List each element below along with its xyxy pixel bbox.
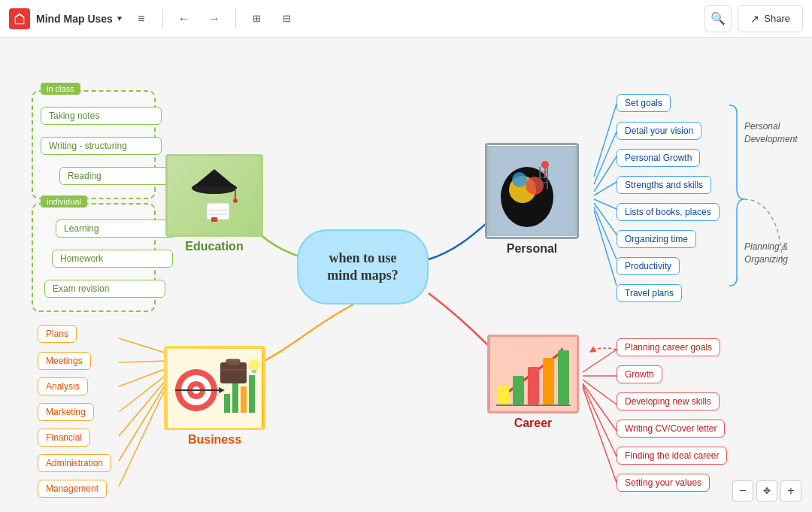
svg-rect-21 (207, 203, 229, 220)
frame-button[interactable]: ⊞ (245, 7, 269, 31)
svg-rect-57 (252, 370, 256, 373)
svg-line-5 (594, 203, 617, 235)
search-button[interactable]: 🔍 (704, 5, 732, 32)
writing-structuring-item[interactable]: Writing - structuring (41, 137, 162, 155)
exam-revision-item[interactable]: Exam revision (44, 280, 165, 298)
plans-item[interactable]: Plans (38, 325, 77, 343)
svg-line-12 (583, 385, 617, 456)
svg-point-56 (248, 359, 260, 371)
learning-item[interactable]: Learning (56, 220, 177, 238)
setting-values-item[interactable]: Setting your values (617, 474, 710, 492)
travel-plans-item[interactable]: Travel plans (617, 284, 682, 302)
homework-item[interactable]: Homework (52, 250, 173, 268)
personal-image (487, 146, 577, 236)
finding-career-item[interactable]: Finding the ideal career (617, 447, 727, 465)
personal-development-label: PersonalDevelopment (744, 120, 798, 146)
financial-item[interactable]: Financial (38, 429, 90, 447)
productivity-item[interactable]: Productivity (617, 257, 680, 275)
svg-line-13 (583, 387, 617, 483)
svg-rect-64 (513, 376, 524, 404)
planning-organizing-label: Planning &Organizing (744, 241, 788, 266)
app-logo (9, 8, 30, 29)
present-button[interactable]: ⊟ (275, 7, 299, 31)
svg-line-20 (119, 385, 167, 486)
business-node[interactable]: Business (164, 346, 265, 447)
redo-button[interactable]: → (202, 7, 226, 31)
personal-node[interactable]: Personal (485, 143, 579, 256)
career-label: Career (487, 417, 579, 430)
svg-rect-49 (224, 394, 230, 413)
svg-rect-67 (558, 350, 569, 404)
zoom-out-button[interactable]: − (732, 480, 753, 501)
svg-point-29 (233, 198, 238, 203)
career-node[interactable]: Career (487, 335, 579, 430)
growth-item[interactable]: Growth (617, 365, 662, 383)
reading-item[interactable]: Reading (59, 167, 180, 185)
taking-notes-item[interactable]: Taking notes (41, 107, 162, 125)
svg-line-16 (119, 368, 167, 386)
inclass-label: in class (41, 83, 80, 95)
svg-line-14 (119, 338, 167, 353)
personal-growth-item[interactable]: Personal Growth (617, 149, 700, 167)
divider (162, 8, 163, 29)
svg-line-1 (594, 132, 617, 184)
business-image (166, 347, 263, 429)
svg-point-34 (512, 172, 527, 187)
education-inclass-group: in class Taking notes Writing - structur… (32, 90, 156, 199)
education-node[interactable]: Education (165, 154, 263, 253)
center-node[interactable]: when to use mind maps? (297, 229, 429, 304)
menu-button[interactable]: ≡ (129, 7, 153, 31)
svg-line-0 (594, 104, 617, 177)
svg-line-18 (119, 379, 167, 436)
undo-button[interactable]: ← (172, 7, 196, 31)
svg-rect-66 (543, 358, 554, 404)
svg-rect-54 (226, 359, 240, 365)
svg-line-7 (594, 211, 617, 286)
svg-rect-27 (193, 186, 235, 191)
share-button[interactable]: ↗ Share (738, 5, 803, 32)
planning-career-goals-item[interactable]: Planning career goals (617, 338, 720, 356)
meetings-item[interactable]: Meetings (38, 352, 91, 370)
education-image (168, 154, 261, 237)
svg-line-4 (594, 199, 617, 209)
lists-books-item[interactable]: Lists of books, places (617, 203, 720, 221)
svg-line-10 (583, 380, 617, 404)
svg-rect-24 (211, 217, 217, 222)
svg-rect-50 (232, 383, 238, 413)
document-title[interactable]: Mind Map Uses ▼ (36, 13, 123, 25)
canvas: when to use mind maps? (0, 38, 812, 512)
svg-marker-26 (192, 169, 237, 188)
svg-line-6 (594, 207, 617, 259)
detail-vision-item[interactable]: Detail your vision (617, 122, 701, 140)
svg-rect-52 (249, 375, 255, 413)
management-item[interactable]: Management (38, 480, 107, 498)
strengths-skills-item[interactable]: Strengths and skills (617, 176, 711, 194)
administration-item[interactable]: Administration (38, 454, 111, 472)
svg-rect-63 (498, 386, 509, 404)
developing-skills-item[interactable]: Developing new skills (617, 392, 720, 411)
education-label: Education (165, 240, 263, 253)
zoom-fit-button[interactable]: ✥ (756, 480, 777, 501)
divider2 (235, 8, 236, 29)
svg-line-59 (259, 363, 262, 364)
svg-line-15 (119, 361, 167, 362)
toolbar-right: 🔍 ↗ Share (704, 5, 803, 32)
zoom-in-button[interactable]: + (780, 480, 801, 501)
svg-line-3 (594, 182, 617, 195)
analysis-item[interactable]: Analysis (38, 377, 88, 395)
svg-line-11 (583, 383, 617, 431)
svg-line-17 (119, 374, 167, 412)
svg-rect-51 (241, 386, 247, 413)
svg-line-8 (583, 350, 617, 372)
organizing-time-item[interactable]: Organizing time (617, 230, 696, 248)
svg-line-19 (119, 382, 167, 461)
set-goals-item[interactable]: Set goals (617, 94, 671, 112)
education-individual-group: individual Learning Homework Exam revisi… (32, 203, 156, 312)
zoom-controls: − ✥ + (732, 480, 801, 501)
individual-label: individual (41, 195, 87, 208)
svg-line-2 (594, 156, 617, 192)
personal-label: Personal (485, 242, 579, 256)
marketing-item[interactable]: Marketing (38, 403, 94, 421)
writing-cv-item[interactable]: Writing CV/Cover letter (617, 420, 725, 438)
business-label: Business (164, 433, 265, 447)
